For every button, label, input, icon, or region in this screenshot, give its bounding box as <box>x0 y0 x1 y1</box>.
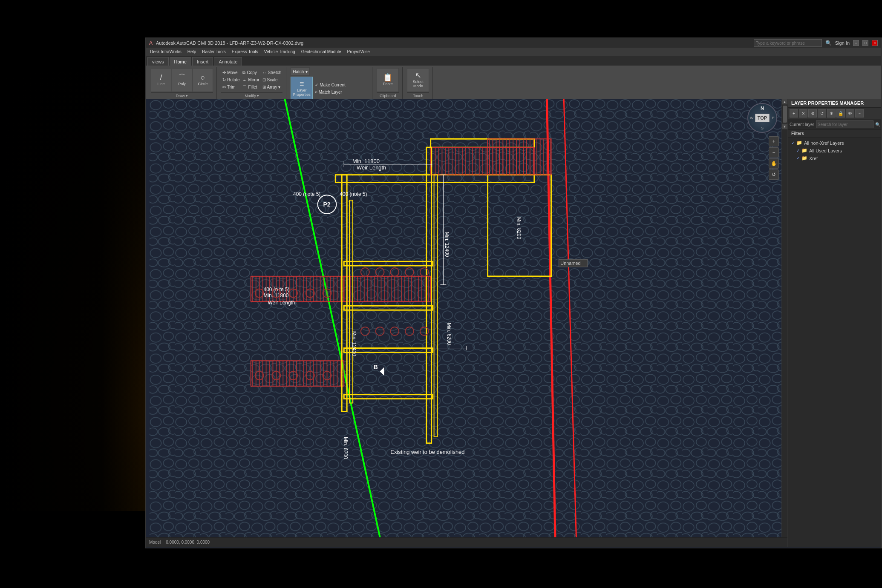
close-button[interactable]: × <box>872 40 878 46</box>
line-button[interactable]: / Line <box>151 68 171 92</box>
freeze-button[interactable]: ❄ <box>827 109 836 118</box>
panel-search-icon[interactable]: 🔍 <box>875 122 880 127</box>
match-layer-icon: ≈ <box>315 90 317 95</box>
view-cube: N S W E TOP <box>747 103 777 133</box>
clipboard-buttons: 📋 Paste <box>377 67 399 92</box>
rotate-button[interactable]: ↻ Rotate <box>221 77 241 83</box>
circle-button[interactable]: ○ Circle <box>193 68 213 92</box>
menu-item-raster[interactable]: Raster Tools <box>199 49 228 54</box>
trim-icon: ✂ <box>222 85 226 89</box>
title-bar-right: 🔍 Sign In − □ × <box>754 39 878 47</box>
scroll-up-button[interactable]: ▲ <box>782 99 788 105</box>
svg-text:Unnamed: Unnamed <box>560 261 580 266</box>
compass-south-label: S <box>761 126 764 130</box>
orbit-button[interactable]: ↺ <box>769 169 779 180</box>
svg-text:400 (note 5): 400 (note 5) <box>293 191 320 197</box>
cad-drawing-area[interactable]: 400 (note 5) 400 (note 5) Min. 11800 Wei… <box>146 99 787 547</box>
svg-text:Min. 11800: Min. 11800 <box>264 293 289 298</box>
make-current-button[interactable]: ✓ Make Current <box>314 82 347 89</box>
tab-insert[interactable]: Insert <box>192 57 213 66</box>
scroll-thumb[interactable] <box>783 106 787 123</box>
stretch-button[interactable]: ↔ Stretch <box>261 69 283 76</box>
delete-layer-button[interactable]: ✕ <box>799 109 807 118</box>
scale-icon: ⊡ <box>262 77 266 82</box>
menu-item-projectwise[interactable]: ProjectWise <box>345 49 372 54</box>
scale-button[interactable]: ⊡ Scale <box>261 77 283 83</box>
layer-settings-button[interactable]: ⚙ <box>808 109 817 118</box>
tab-annotate[interactable]: Annotate <box>214 57 242 66</box>
sign-in-label[interactable]: Sign In <box>835 40 850 46</box>
new-layer-button[interactable]: + <box>790 109 798 118</box>
search-icon[interactable]: 🔍 <box>825 40 832 46</box>
svg-text:B: B <box>374 364 378 370</box>
minimize-button[interactable]: − <box>853 40 859 46</box>
zoom-in-button[interactable]: + <box>769 136 779 146</box>
svg-text:Existing weir to be demolished: Existing weir to be demolished <box>390 449 464 455</box>
all-non-xref-item[interactable]: ✓ 📁 All non-Xref Layers <box>790 139 879 146</box>
ribbon-group-modify: ✛ Move ↻ Rotate ✂ Trim <box>218 67 286 99</box>
top-view-button[interactable]: TOP <box>755 114 770 122</box>
match-layer-button[interactable]: ≈ Match Layer <box>314 89 347 96</box>
svg-text:Min. 11800: Min. 11800 <box>352 158 380 164</box>
svg-text:Min. 12400: Min. 12400 <box>444 232 450 257</box>
menu-item-help[interactable]: Help <box>185 49 199 54</box>
cad-vertical-scrollbar[interactable]: ▲ ▼ <box>781 99 787 547</box>
touch-group-label: Touch <box>407 92 429 99</box>
lock-button[interactable]: 🔒 <box>836 109 845 118</box>
compass-north-label: N <box>761 106 764 111</box>
rotate-icon: ↻ <box>222 77 226 82</box>
visibility-button[interactable]: 👁 <box>846 109 854 118</box>
menu-item-geotechnical[interactable]: Geotechnical Module <box>299 49 344 54</box>
svg-text:Min. 12400: Min. 12400 <box>351 331 357 356</box>
tab-home[interactable]: Home <box>170 57 191 66</box>
xref-label: Xref <box>809 156 818 161</box>
more-options-button[interactable]: ⋯ <box>855 109 864 118</box>
mirror-button[interactable]: ⫠ Mirror <box>241 77 260 83</box>
svg-text:Min. 6200: Min. 6200 <box>446 323 452 345</box>
array-icon: ⊞ <box>262 85 266 89</box>
trim-button[interactable]: ✂ Trim <box>221 84 241 91</box>
line-icon: / <box>160 74 162 81</box>
workspace: 400 (note 5) 400 (note 5) Min. 11800 Wei… <box>146 99 881 547</box>
layer-properties-panel: LAYER PROPERTIES MANAGER + ✕ ⚙ ↺ ❄ 🔒 👁 ⋯… <box>787 99 881 547</box>
pan-button[interactable]: ✋ <box>769 158 779 169</box>
copy-icon: ⧉ <box>242 70 245 75</box>
copy-button[interactable]: ⧉ Copy <box>241 69 260 76</box>
ribbon: views Home Insert Annotate / Line ⌒ Poly <box>146 56 881 99</box>
menu-item-vehicle[interactable]: Vehicle Tracking <box>262 49 298 54</box>
zoom-out-button[interactable]: − <box>769 147 779 158</box>
move-button[interactable]: ✛ Move <box>221 69 241 76</box>
array-button[interactable]: ⊞ Array ▾ <box>261 84 283 91</box>
monitor-screen: A Autodesk AutoCAD Civil 3D 2018 - LFD-A… <box>145 37 882 548</box>
maximize-button[interactable]: □ <box>862 40 868 46</box>
ribbon-tabs: views Home Insert Annotate <box>146 56 881 66</box>
select-mode-button[interactable]: ↖ SelectMode <box>407 68 429 92</box>
xref-item[interactable]: ✓ 📁 Xref <box>790 155 879 162</box>
fillet-button[interactable]: ⌒ Fillet <box>241 84 260 91</box>
ribbon-group-touch: ↖ SelectMode Touch <box>404 67 433 99</box>
refresh-button[interactable]: ↺ <box>818 109 826 118</box>
make-current-icon: ✓ <box>315 83 318 87</box>
hatch-dropdown[interactable]: Hatch ▾ <box>291 67 310 76</box>
svg-text:Min. 8200: Min. 8200 <box>516 217 522 240</box>
hatch-label: Hatch <box>293 69 304 74</box>
hatch-dropdown-arrow: ▾ <box>306 69 308 74</box>
navigation-tools: + − ✋ ↺ <box>769 136 779 180</box>
panel-title: LAYER PROPERTIES MANAGER <box>788 99 881 108</box>
scroll-down-button[interactable]: ▼ <box>782 123 788 129</box>
title-search-input[interactable] <box>754 39 822 47</box>
menu-item-infraworks[interactable]: Desk InfraWorks <box>147 49 184 54</box>
polyline-button[interactable]: ⌒ Poly <box>172 68 192 92</box>
menu-item-express[interactable]: Express Tools <box>229 49 261 54</box>
model-tab[interactable]: Model <box>149 540 161 545</box>
paste-button[interactable]: 📋 Paste <box>377 68 399 92</box>
layer-search-input[interactable] <box>816 120 873 128</box>
all-used-layers-item[interactable]: ✓ 📁 All Used Layers <box>790 147 879 154</box>
panel-search: Current layer 🔍 <box>788 119 881 130</box>
layer-properties-button[interactable]: ≡ LayerProperties <box>291 77 313 100</box>
tab-views[interactable]: views <box>147 57 169 66</box>
select-mode-icon: ↖ <box>415 72 421 79</box>
draw-group-label: Draw ▾ <box>151 92 213 99</box>
modify-small-btns-3: ↔ Stretch ⊡ Scale ⊞ Array ▾ <box>261 69 283 91</box>
all-non-xref-check: ✓ <box>791 141 795 145</box>
